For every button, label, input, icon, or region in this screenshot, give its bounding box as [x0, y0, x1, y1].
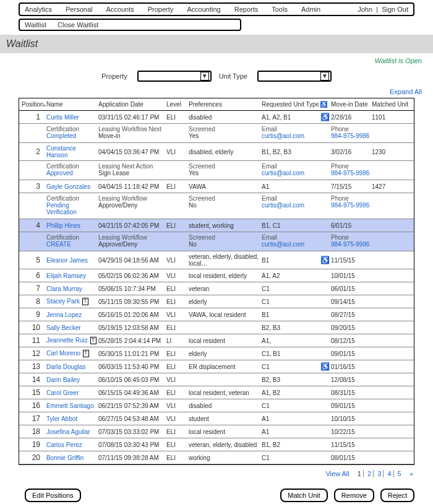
nav-tools[interactable]: Tools	[272, 6, 288, 13]
nav-reports[interactable]: Reports	[234, 6, 259, 13]
table-row[interactable]: 20Bonnie Griffin07/11/15 09:38:28 AMELIw…	[19, 451, 414, 464]
note-icon[interactable]	[90, 337, 96, 344]
row-app-date: 07/08/15 03:30:43 PM	[98, 441, 165, 448]
applicant-link[interactable]: Carl Moreno	[46, 350, 80, 357]
table-row[interactable]: 6Elijah Ramsey05/02/15 06:02:36 AMVLIloc…	[19, 269, 414, 282]
page-5[interactable]: 5	[398, 470, 401, 477]
email-link[interactable]: curtis@aol.com	[262, 133, 319, 139]
col-matched[interactable]: Matched Unit	[372, 101, 409, 108]
nav-accounting[interactable]: Accounting	[187, 6, 220, 13]
page-1[interactable]: 1	[358, 470, 361, 477]
match-unit-button[interactable]: Match Unit	[280, 489, 328, 502]
row-app-date: 05/19/15 12:03:58 AM	[98, 324, 165, 331]
edit-positions-button[interactable]: Edit Positions	[25, 489, 81, 502]
table-row[interactable]: 19Carlos Perez07/08/15 03:30:43 PMELIvet…	[19, 438, 414, 451]
col-level[interactable]: Level	[166, 101, 187, 108]
table-row[interactable]: 3Gayle Gonzales04/04/15 11:18:42 PMELIVA…	[19, 180, 414, 193]
row-name-cell: Curtis Miller	[46, 114, 97, 121]
email-link[interactable]: curtis@aol.com	[262, 170, 319, 176]
nav-analytics[interactable]: Analytics	[25, 6, 52, 13]
row-level: VLI	[166, 257, 187, 264]
applicant-link[interactable]: Phillip Hines	[46, 222, 80, 229]
nav-admin[interactable]: Admin	[301, 6, 320, 13]
col-movein[interactable]: Move-in Date	[331, 101, 371, 108]
email-link[interactable]: curtis@aol.com	[262, 241, 319, 248]
nav-personal[interactable]: Personal	[66, 6, 92, 13]
phone-link[interactable]: 984-975-9986	[331, 241, 409, 248]
table-row[interactable]: 5Eleanor James04/29/15 04:18:56 AMVLIvet…	[19, 251, 414, 269]
table-row[interactable]: 14Darin Bailey06/10/15 06:45:03 PMVLIB2,…	[19, 373, 414, 386]
table-row[interactable]: 17Tyler Abbot06/27/15 04:53:48 AMVLIstud…	[19, 412, 414, 425]
unit-type-select[interactable]: ▼	[257, 71, 332, 82]
applicant-link[interactable]: Sally Becker	[46, 324, 81, 331]
applicant-link[interactable]: Jenna Lopez	[46, 311, 82, 318]
page-3[interactable]: 3	[377, 470, 381, 477]
applicant-link[interactable]: Darla Douglas	[46, 363, 85, 370]
page-2[interactable]: 2	[367, 470, 371, 477]
col-position[interactable]: Position▴	[22, 101, 45, 108]
applicant-link[interactable]: Curtis Miller	[46, 114, 79, 121]
remove-button[interactable]: Remove	[334, 489, 374, 502]
note-icon[interactable]	[83, 350, 89, 357]
applicant-link[interactable]: Emmett Santiago	[46, 402, 94, 409]
page-4[interactable]: 4	[387, 470, 391, 477]
phone-link[interactable]: 984-975-9986	[331, 202, 409, 209]
cert-status-link[interactable]: Completed	[46, 133, 97, 139]
email-link[interactable]: curtis@aol.com	[262, 202, 319, 209]
cert-status-link[interactable]: CREATE	[46, 241, 97, 248]
table-row[interactable]: 10Sally Becker05/19/15 12:03:58 AMELIB2,…	[19, 321, 414, 334]
applicant-link[interactable]: Eleanor James	[46, 257, 88, 264]
applicant-link[interactable]: Bonnie Griffin	[46, 454, 84, 461]
page-next[interactable]: »	[409, 470, 413, 477]
view-all-link[interactable]: View All	[325, 470, 349, 477]
table-row-expanded: CertificationCREATELeasing WorkflowAppro…	[19, 232, 414, 251]
table-row[interactable]: 15Carol Greer06/15/15 04:49:36 AMELIloca…	[19, 386, 414, 399]
col-app-date[interactable]: Application Date	[98, 101, 165, 108]
applicant-link[interactable]: Elijah Ramsey	[46, 272, 86, 279]
table-row[interactable]: 12Carl Moreno05/30/15 11:01:21 PMELIelde…	[19, 347, 414, 360]
cert-status-link[interactable]: Pending Verification	[46, 202, 97, 215]
applicant-link[interactable]: Darin Bailey	[46, 376, 80, 383]
subnav-close-waitlist[interactable]: Close Waitlist	[58, 21, 98, 28]
col-name[interactable]: Name	[46, 101, 97, 108]
applicant-link[interactable]: Clara Murray	[46, 285, 82, 292]
note-icon[interactable]	[82, 298, 88, 305]
applicant-link[interactable]: Stacey Park	[46, 298, 80, 305]
phone-link[interactable]: 984-975-9986	[331, 133, 409, 139]
applicant-link[interactable]: Jeannette Ruiz	[46, 337, 88, 344]
expand-all-link[interactable]: Expand All	[390, 88, 422, 95]
nav-property[interactable]: Property	[148, 6, 174, 13]
sign-out-link[interactable]: Sign Out	[382, 6, 408, 13]
table-row[interactable]: 2Constance Hanson04/04/15 03:36:47 PMVLI…	[19, 143, 414, 161]
leasing-label: Leasing Workflow	[98, 234, 165, 241]
reject-button[interactable]: Reject	[380, 489, 414, 502]
subnav-waitlist[interactable]: Waitlist	[25, 21, 46, 28]
row-movein: 12/08/15	[331, 376, 371, 383]
table-row[interactable]: 4Phillip Hines04/21/15 07:42:05 PMELIstu…	[19, 219, 414, 232]
table-row[interactable]: 16Emmett Santiago06/21/15 07:52:39 AMVLI…	[19, 399, 414, 412]
nav-accounts[interactable]: Accounts	[106, 6, 134, 13]
table-row[interactable]: 7Clara Murray05/06/15 10:7:34 PMELIveter…	[19, 282, 414, 295]
applicant-link[interactable]: Josefina Aguilar	[46, 428, 90, 435]
email-label: Email	[262, 195, 319, 202]
table-row[interactable]: 8Stacey Park05/11/15 09:30:55 PMELIelder…	[19, 295, 414, 308]
phone-link[interactable]: 984-975-9986	[331, 170, 409, 176]
applicant-link[interactable]: Carol Greer	[46, 389, 79, 396]
row-requested-type: C1	[262, 363, 319, 370]
row-level: VLI	[166, 402, 187, 409]
col-requested-type[interactable]: Requested Unit Type	[262, 101, 319, 108]
applicant-link[interactable]: Carlos Perez	[46, 441, 82, 448]
table-row[interactable]: 9Jenna Lopez05/16/15 01:20:06 AMVLIVAWA,…	[19, 308, 414, 321]
table-row[interactable]: 18Josefina Aguilar07/03/15 03:33:02 PMEL…	[19, 425, 414, 438]
applicant-link[interactable]: Tyler Abbot	[46, 415, 77, 422]
col-accessibility: ♿	[320, 101, 330, 108]
table-row[interactable]: 1Curtis Miller03/31/15 02:46:17 PMELIdis…	[19, 111, 414, 124]
applicant-link[interactable]: Constance Hanson	[46, 145, 76, 159]
cert-status-link[interactable]: Approved	[46, 170, 97, 176]
row-position: 1	[22, 113, 45, 121]
property-select[interactable]: ▼	[137, 71, 212, 82]
table-row[interactable]: 11Jeannette Ruiz05/28/15 2:04:4:14 PMLIl…	[19, 334, 414, 347]
table-row[interactable]: 13Darla Douglas06/03/15 11:53:40 PMELIER…	[19, 360, 414, 373]
col-preferences[interactable]: Preferences	[189, 101, 260, 108]
applicant-link[interactable]: Gayle Gonzales	[46, 183, 90, 190]
